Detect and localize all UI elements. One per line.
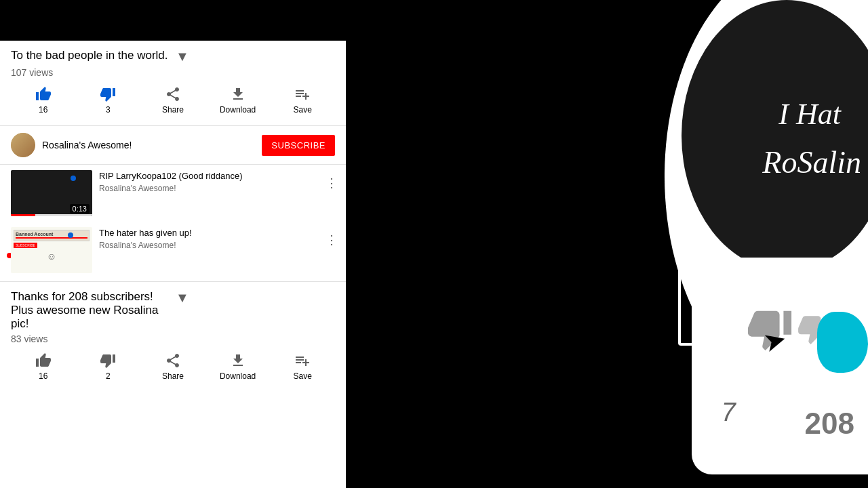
robot-number-208: 208 [805,407,854,441]
like-icon-bottom [35,352,52,369]
download-label: Download [220,105,256,115]
share-icon [165,86,181,102]
robot-text-line1: I Hat [778,95,841,134]
progress-fill [11,214,35,216]
like-count: 16 [39,105,47,115]
related-info-1: RIP LarryKoopa102 (Good riddance) Rosali… [99,170,335,193]
progress-dot [71,176,76,181]
subscribe-row: SUBSCRIBE [14,243,90,248]
person-icon: ☺ [14,251,90,262]
bottom-view-count: 83 views [11,333,335,344]
drawing-area: I Hat RoSalin ➤ 7 208 [339,0,868,488]
small-subscribe: SUBSCRIBE [14,243,37,248]
related-title-2: The hater has given up! [99,227,335,239]
share-label-bottom: Share [162,371,184,381]
more-options-icon-2[interactable]: ⋮ [323,230,340,250]
download-icon-bottom [230,352,246,369]
duration-badge: 0:13 [70,204,90,214]
progress-dot-2 [68,232,73,238]
teal-blob [817,312,868,373]
dislike-count-bottom: 2 [106,371,111,381]
related-item-1[interactable]: 0:13 RIP LarryKoopa102 (Good riddance) R… [0,165,346,222]
thumbnail-1: 0:13 [11,170,92,216]
related-channel-1: Rosalina's Awesome! [99,184,335,193]
action-row-bottom: 16 2 Share Download [11,344,335,386]
download-button[interactable]: Download [205,83,271,117]
save-button-bottom[interactable]: Save [270,350,335,384]
channel-avatar [11,133,35,157]
subscribe-button[interactable]: SUBSCRIBE [262,135,335,156]
related-title-1: RIP LarryKoopa102 (Good riddance) [99,170,335,182]
red-line [16,237,87,239]
thumbnail-2: Banned Account SUBSCRIBE ☺ [11,227,92,273]
share-button[interactable]: Share [140,83,205,117]
related-videos-list: 0:13 RIP LarryKoopa102 (Good riddance) R… [0,165,346,279]
robot-number-7: 7 [722,398,736,427]
video-title-text: To the bad people in the world. [11,49,170,62]
like-button[interactable]: 16 [11,83,76,117]
chevron-down-icon[interactable]: ▼ [170,49,335,64]
save-label-bottom: Save [293,371,311,381]
video-info-top: To the bad people in the world. ▼ 107 vi… [0,41,346,126]
progress-bar [11,214,92,216]
channel-name: Rosalina's Awesome! [42,140,255,150]
robot-drawing: I Hat RoSalin ➤ 7 208 [651,0,868,488]
action-row-top: 16 3 Share Download [11,78,335,120]
share-button-bottom[interactable]: Share [140,350,205,384]
save-button[interactable]: Save [270,83,335,117]
bottom-video-title-row: Thanks for 208 subscribers! Plus awesome… [11,290,335,331]
download-label-bottom: Download [220,371,256,381]
download-button-bottom[interactable]: Download [205,350,271,384]
robot-text-line2: RoSalin [762,142,861,183]
more-options-icon-1[interactable]: ⋮ [323,173,340,193]
save-icon-bottom [294,352,311,369]
thumbnail-2-content: Banned Account SUBSCRIBE ☺ [11,227,92,273]
save-label: Save [293,105,311,115]
banned-title: Banned Account [16,232,87,237]
save-icon [294,86,311,102]
share-icon-bottom [165,352,181,369]
dislike-icon [100,86,116,102]
bottom-video-title-text: Thanks for 208 subscribers! Plus awesome… [11,290,170,331]
dislike-count: 3 [106,105,111,115]
dislike-icon-bottom [100,352,116,369]
like-icon [35,86,52,102]
robot-svg [651,0,868,474]
related-info-2: The hater has given up! Rosalina's Aweso… [99,227,335,250]
like-count-bottom: 16 [39,371,47,381]
share-label: Share [162,105,184,115]
video-info-bottom: Thanks for 208 subscribers! Plus awesome… [0,281,346,392]
view-count: 107 views [11,67,335,78]
dislike-button-bottom[interactable]: 2 [76,350,141,384]
dislike-button[interactable]: 3 [76,83,141,117]
related-item-2[interactable]: Banned Account SUBSCRIBE ☺ The hater has… [0,222,346,279]
like-button-bottom[interactable]: 16 [11,350,76,384]
banned-account-box: Banned Account [14,230,90,241]
video-title-row: To the bad people in the world. ▼ [11,49,335,64]
chevron-down-icon-bottom[interactable]: ▼ [170,290,335,306]
left-panel: To the bad people in the world. ▼ 107 vi… [0,41,346,488]
related-channel-2: Rosalina's Awesome! [99,241,335,250]
download-icon [230,86,246,102]
avatar-img [11,133,35,157]
channel-row: Rosalina's Awesome! SUBSCRIBE [0,126,346,165]
